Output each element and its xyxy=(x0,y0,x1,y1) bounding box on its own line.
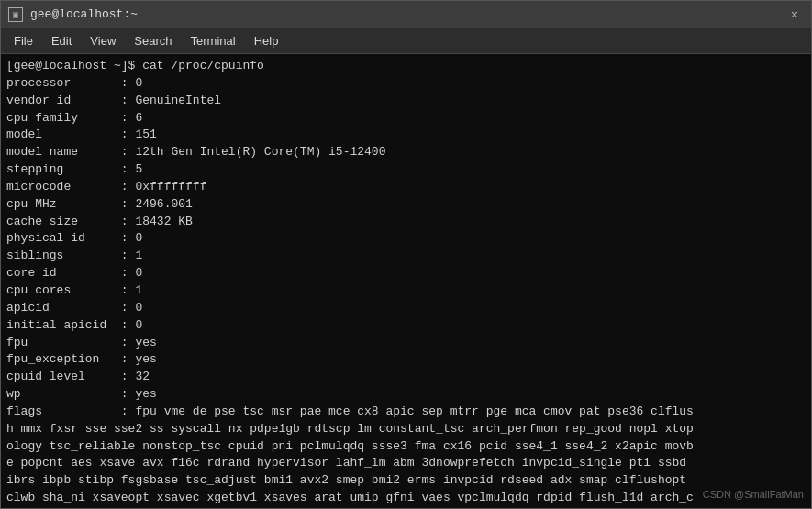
terminal-line: wp : yes xyxy=(6,386,806,404)
terminal-line: h mmx fxsr sse sse2 ss syscall nx pdpe1g… xyxy=(6,421,806,438)
terminal-body[interactable]: [gee@localhost ~]$ cat /proc/cpuinfo pro… xyxy=(1,54,811,508)
terminal-line: apabilities xyxy=(6,507,806,508)
terminal-line: stepping : 5 xyxy=(6,161,806,179)
title-bar-left: ▣ gee@localhost:~ xyxy=(8,7,138,22)
terminal-line: [gee@localhost ~]$ cat /proc/cpuinfo xyxy=(6,58,806,75)
terminal-line: cpuid level : 32 xyxy=(6,369,806,386)
terminal-line: cache size : 18432 KB xyxy=(6,214,806,231)
terminal-line: physical id : 0 xyxy=(6,230,806,248)
close-button[interactable]: ✕ xyxy=(785,6,804,24)
terminal-line: microcode : 0xffffffff xyxy=(6,179,806,196)
menu-help[interactable]: Help xyxy=(245,30,288,51)
terminal-line: ibrs ibpb stibp fsgsbase tsc_adjust bmi1… xyxy=(6,472,806,490)
terminal-line: fpu_exception : yes xyxy=(6,351,806,369)
terminal-line: apicid : 0 xyxy=(6,300,806,317)
title-bar: ▣ gee@localhost:~ ✕ xyxy=(1,1,811,28)
window-title: gee@localhost:~ xyxy=(30,7,138,21)
menu-search[interactable]: Search xyxy=(125,30,181,51)
terminal-line: cpu family : 6 xyxy=(6,110,806,127)
menu-file[interactable]: File xyxy=(5,30,42,51)
terminal-line: ology tsc_reliable nonstop_tsc cpuid pni… xyxy=(6,438,806,456)
menu-edit[interactable]: Edit xyxy=(42,30,81,51)
menu-view[interactable]: View xyxy=(81,30,125,51)
watermark: CSDN @SmallFatMan xyxy=(703,488,804,503)
terminal-line: siblings : 1 xyxy=(6,248,806,265)
terminal-line: fpu : yes xyxy=(6,335,806,352)
terminal-line: e popcnt aes xsave avx f16c rdrand hyper… xyxy=(6,455,806,472)
terminal-line: cpu MHz : 2496.001 xyxy=(6,196,806,214)
terminal-line: clwb sha_ni xsaveopt xsavec xgetbv1 xsav… xyxy=(6,490,806,507)
terminal-line: model : 151 xyxy=(6,127,806,144)
terminal-line: flags : fpu vme de pse tsc msr pae mce c… xyxy=(6,404,806,421)
menu-bar: File Edit View Search Terminal Help xyxy=(1,28,811,54)
terminal-line: core id : 0 xyxy=(6,265,806,282)
terminal-line: initial apicid : 0 xyxy=(6,317,806,335)
terminal-line: vendor_id : GenuineIntel xyxy=(6,93,806,110)
terminal-window: ▣ gee@localhost:~ ✕ File Edit View Searc… xyxy=(0,0,812,509)
terminal-line: cpu cores : 1 xyxy=(6,282,806,300)
terminal-line: processor : 0 xyxy=(6,75,806,93)
menu-terminal[interactable]: Terminal xyxy=(182,30,245,51)
terminal-line: model name : 12th Gen Intel(R) Core(TM) … xyxy=(6,144,806,161)
terminal-icon: ▣ xyxy=(8,7,23,22)
